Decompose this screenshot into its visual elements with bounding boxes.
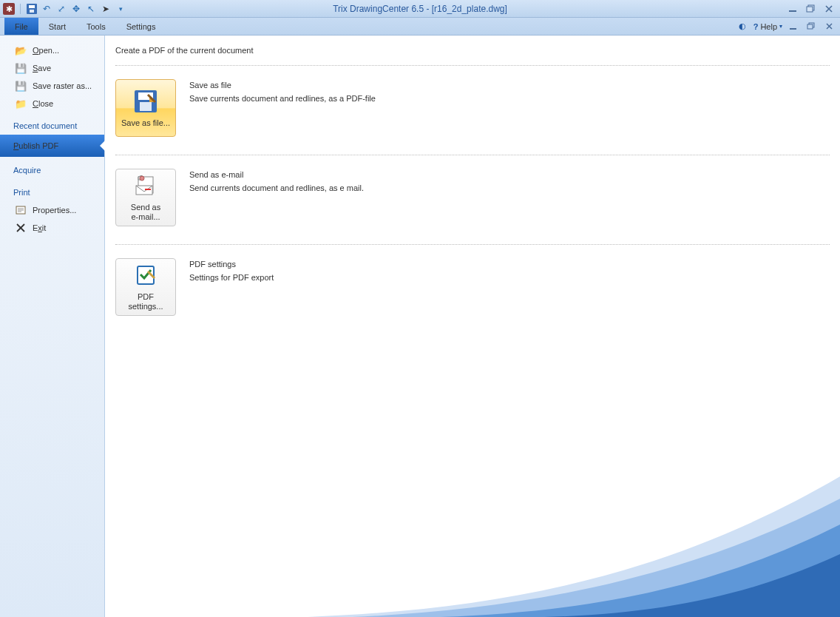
save-icon[interactable] [26, 3, 38, 15]
action-title: PDF settings [189, 260, 274, 269]
sidebar: 📂 Open... 💾 Save 💾 Save raster as... 📁 C… [0, 36, 105, 617]
pointer-icon[interactable]: ➤ [100, 3, 112, 15]
menu-start[interactable]: Start [38, 18, 76, 35]
action-title: Save as file [189, 81, 376, 90]
app-body: 📂 Open... 💾 Save 💾 Save raster as... 📁 C… [0, 36, 840, 617]
action-save-as-file: Save as file... Save as file Save curren… [115, 79, 830, 137]
save-icon: 💾 [15, 62, 27, 74]
action-detail: Save currents document and redlines, as … [189, 94, 376, 103]
button-label: PDF settings... [119, 292, 172, 311]
divider [115, 65, 830, 66]
button-label: Save as file... [121, 118, 170, 128]
page-heading: Create a PDF of the current document [115, 46, 830, 55]
action-detail: Send currents document and redlines, as … [189, 183, 364, 192]
action-send-email: Send as e‑mail... Send as e-mail Send cu… [115, 169, 830, 226]
sidebar-item-properties[interactable]: Properties... [0, 201, 104, 219]
sidebar-item-recent[interactable]: Recent document [0, 112, 104, 135]
svg-rect-12 [807, 24, 813, 29]
pan-icon[interactable]: ✥ [70, 3, 82, 15]
action-detail: Settings for PDF export [189, 273, 274, 282]
action-description: Send as e-mail Send currents document an… [189, 169, 364, 192]
email-icon [133, 173, 158, 198]
minimize-icon[interactable] [787, 4, 800, 14]
svg-rect-10 [790, 28, 796, 30]
sidebar-label: Save [33, 64, 51, 73]
sidebar-item-print[interactable]: Print [0, 179, 104, 201]
divider [115, 244, 830, 245]
zoom-icon[interactable]: ⤢ [55, 3, 67, 15]
action-title: Send as e-mail [189, 170, 364, 179]
sidebar-item-exit[interactable]: Exit [0, 219, 104, 237]
chevron-down-icon: ▾ [779, 23, 782, 30]
svg-point-28 [140, 176, 144, 181]
style-icon[interactable]: ◐ [736, 21, 749, 32]
sidebar-item-open[interactable]: 📂 Open... [0, 41, 104, 59]
restore-icon[interactable] [805, 4, 818, 14]
dropdown-icon[interactable]: ▾ [115, 3, 126, 15]
button-label: Send as e‑mail... [119, 203, 172, 221]
settings-doc-icon [133, 263, 158, 288]
doc-minimize-icon[interactable] [787, 21, 800, 32]
pointer-select-icon[interactable]: ↖ [85, 3, 97, 15]
sidebar-label: Publish PDF [13, 141, 58, 150]
svg-rect-5 [789, 10, 796, 12]
properties-icon [15, 204, 27, 216]
menu-tools[interactable]: Tools [76, 18, 116, 35]
sidebar-item-save-raster: 💾 Save raster as... [0, 77, 104, 95]
sidebar-item-publish-pdf[interactable]: Publish PDF [0, 135, 104, 157]
decorative-swoosh [308, 454, 840, 617]
sidebar-item-close[interactable]: 📁 Close [0, 95, 104, 112]
help-label: Help [760, 22, 777, 31]
svg-rect-4 [30, 10, 34, 13]
svg-text:✱: ✱ [6, 4, 13, 13]
sidebar-label: Save raster as... [33, 81, 92, 90]
svg-rect-3 [29, 5, 35, 8]
menu-bar: File Start Tools Settings ◐ ? Help ▾ [0, 18, 840, 36]
pdf-settings-button[interactable]: PDF settings... [115, 258, 176, 316]
menu-help[interactable]: ? Help ▾ [753, 22, 782, 31]
undo-icon[interactable]: ↶ [41, 3, 52, 15]
toolbar-quick: ✱ ↶ ⤢ ✥ ↖ ➤ ▾ [3, 3, 126, 15]
svg-rect-23 [140, 102, 152, 111]
sidebar-label: Close [33, 99, 53, 108]
save-as-file-button[interactable]: Save as file... [115, 79, 176, 137]
action-pdf-settings: PDF settings... PDF settings Settings fo… [115, 258, 830, 316]
sidebar-label: Open... [33, 46, 59, 55]
folder-close-icon: 📁 [15, 98, 27, 109]
folder-open-icon: 📂 [15, 44, 27, 56]
menu-settings[interactable]: Settings [116, 18, 166, 35]
save-raster-icon: 💾 [15, 80, 27, 92]
send-email-button[interactable]: Send as e‑mail... [115, 169, 176, 226]
action-description: Save as file Save currents document and … [189, 79, 376, 103]
sidebar-label: Properties... [33, 206, 76, 215]
divider [115, 155, 830, 155]
title-bar: ✱ ↶ ⤢ ✥ ↖ ➤ ▾ Trix DrawingCenter 6.5 - [… [0, 0, 840, 18]
exit-icon [15, 222, 27, 234]
save-file-icon [133, 89, 158, 114]
separator [20, 4, 21, 14]
app-icon: ✱ [3, 3, 15, 15]
svg-rect-7 [807, 7, 813, 12]
sidebar-item-acquire[interactable]: Acquire [0, 157, 104, 179]
close-icon[interactable] [822, 4, 836, 14]
window-controls [787, 4, 836, 14]
sidebar-item-save: 💾 Save [0, 59, 104, 77]
content-area: Create a PDF of the current document Sav… [105, 36, 840, 617]
sidebar-label: Exit [33, 223, 46, 232]
svg-rect-30 [145, 189, 151, 190]
doc-restore-icon[interactable] [805, 21, 818, 32]
action-description: PDF settings Settings for PDF export [189, 258, 274, 282]
help-icon: ? [753, 22, 759, 31]
menu-file[interactable]: File [4, 18, 38, 35]
doc-close-icon[interactable] [822, 21, 836, 32]
